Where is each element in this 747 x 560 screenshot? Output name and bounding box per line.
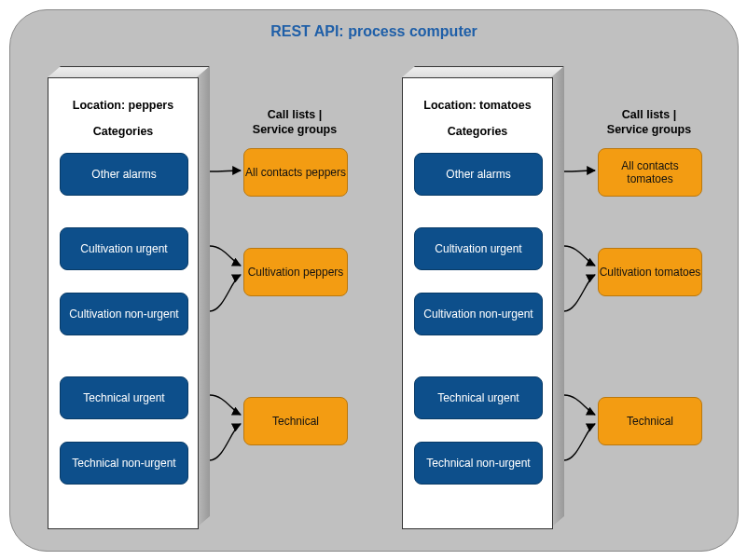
categories-header: Categories — [403, 125, 552, 138]
service-group-technical-peppers: Technical — [243, 397, 348, 445]
category-technical-urgent: Technical urgent — [60, 376, 188, 419]
column-side-face — [197, 66, 210, 527]
rest-api-panel: REST API: process computer Location: pep… — [9, 9, 739, 552]
category-cultivation-urgent: Cultivation urgent — [414, 227, 543, 270]
categories-header: Categories — [48, 125, 198, 138]
service-groups-header-peppers: Call lists |Service groups — [239, 108, 351, 137]
panel-title: REST API: process computer — [10, 23, 738, 40]
column-top-face — [48, 66, 210, 77]
category-technical-nonurgent: Technical non-urgent — [414, 442, 543, 485]
column-top-face — [402, 66, 564, 77]
category-cultivation-urgent: Cultivation urgent — [60, 227, 188, 270]
column-3d: Location: peppers Categories Other alarm… — [48, 66, 211, 527]
column-tomatoes: Location: tomatoes Categories Other alar… — [402, 66, 565, 527]
service-group-cultivation-tomatoes: Cultivation tomatoes — [598, 248, 702, 296]
column-peppers: Location: peppers Categories Other alarm… — [48, 66, 211, 527]
service-group-all-contacts-peppers: All contacts peppers — [243, 148, 348, 197]
location-label: Location: peppers — [48, 99, 198, 112]
service-groups-header-tomatoes: Call lists |Service groups — [593, 108, 705, 137]
column-front-face: Location: tomatoes Categories Other alar… — [402, 77, 553, 529]
service-group-technical-tomatoes: Technical — [598, 397, 702, 445]
column-front-face: Location: peppers Categories Other alarm… — [48, 77, 199, 529]
diagram-canvas: REST API: process computer Location: pep… — [0, 0, 747, 560]
category-cultivation-nonurgent: Cultivation non-urgent — [414, 293, 543, 335]
column-side-face — [551, 66, 564, 527]
location-label: Location: tomatoes — [403, 99, 552, 112]
category-technical-nonurgent: Technical non-urgent — [60, 442, 188, 485]
service-group-all-contacts-tomatoes: All contacts tomatoes — [598, 148, 702, 197]
category-cultivation-nonurgent: Cultivation non-urgent — [60, 293, 188, 335]
column-3d: Location: tomatoes Categories Other alar… — [402, 66, 565, 527]
category-other-alarms: Other alarms — [414, 153, 543, 196]
service-group-cultivation-peppers: Cultivation peppers — [243, 248, 348, 296]
category-technical-urgent: Technical urgent — [414, 376, 543, 419]
category-other-alarms: Other alarms — [60, 153, 188, 196]
